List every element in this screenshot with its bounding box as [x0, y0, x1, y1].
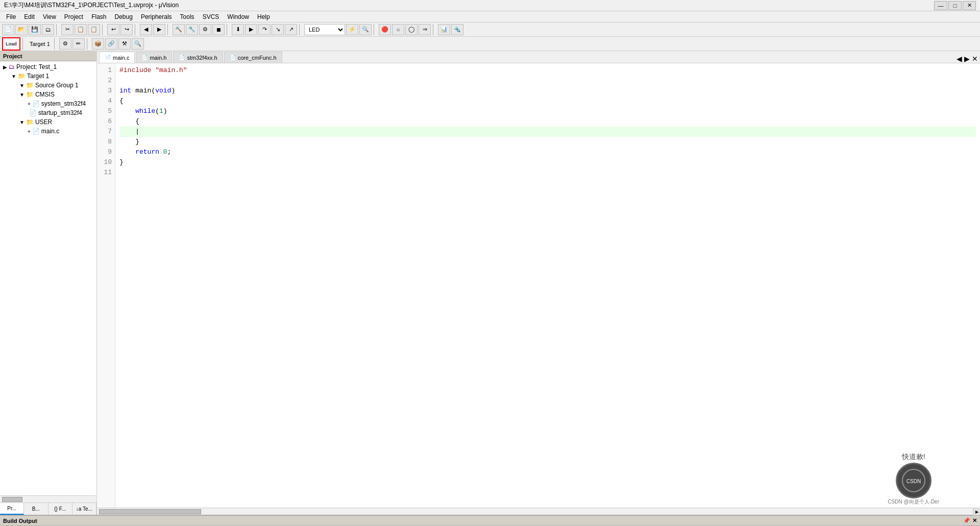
nav-back-button[interactable]: ◀	[140, 24, 152, 35]
code-editor: 1 2 3 4 5 6 7 8 9 10 11 #include "main.h…	[97, 63, 980, 508]
menu-help[interactable]: Help	[253, 12, 274, 21]
rte-button[interactable]: 🔗	[105, 38, 117, 50]
csdn-sub: CSDN @向是个人-Der	[888, 498, 939, 506]
tab-nav-right[interactable]: ▶	[964, 55, 970, 63]
source-group-1-label: Source Group 1	[35, 82, 79, 89]
kill-all-bp-button[interactable]: ◯	[405, 24, 418, 35]
menu-file[interactable]: File	[2, 12, 20, 21]
main-c-label: main.c	[41, 128, 59, 135]
project-hscroll[interactable]	[0, 495, 96, 503]
tab-core-cmfunc-h[interactable]: 📄 core_cmFunc.h	[224, 52, 282, 63]
step-into-button[interactable]: ↘	[272, 24, 284, 35]
svg-text:CSDN: CSDN	[906, 479, 920, 484]
tab-close-button[interactable]: ✕	[972, 55, 978, 63]
tab-stm32f4xx-h[interactable]: 📄 stm32f4xx.h	[173, 52, 223, 63]
main-c-item[interactable]: + 📄 main.c	[1, 127, 95, 136]
tab-functions[interactable]: {} F...	[48, 503, 72, 515]
tab-nav-left[interactable]: ◀	[957, 55, 962, 63]
cut-button[interactable]: ✂	[61, 24, 74, 35]
menu-svcs[interactable]: SVCS	[199, 12, 224, 21]
main-area: Project ▶ 🗂 Project: Test_1 ▼ 📁 Target 1…	[0, 51, 980, 515]
show-next-button[interactable]: ⇒	[419, 24, 431, 35]
hscroll-track[interactable]	[97, 508, 973, 515]
cmsis-expand-icon: ▼	[19, 92, 24, 98]
target-1-item[interactable]: ▼ 📁 Target 1	[1, 71, 95, 81]
user-folder-item[interactable]: ▼ 📁 USER	[1, 117, 95, 127]
maximize-button[interactable]: □	[948, 1, 962, 10]
breakpoint-button[interactable]: 🔴	[379, 24, 391, 35]
run-button[interactable]: ▶	[245, 24, 257, 35]
menu-window[interactable]: Window	[223, 12, 253, 21]
tab-books[interactable]: B...	[24, 503, 48, 515]
rebuild-button[interactable]: 🔧	[186, 24, 198, 35]
download-button[interactable]: ⬇	[232, 24, 244, 35]
tab-project[interactable]: Pr...	[0, 503, 24, 515]
target-expand-icon: ▼	[11, 74, 16, 79]
menu-view[interactable]: View	[39, 12, 60, 21]
line-num-8: 8	[97, 137, 115, 147]
tab-templates[interactable]: ↓a Te...	[72, 503, 96, 515]
new-file-button[interactable]: 📄	[2, 24, 14, 35]
code-content[interactable]: #include "main.h" int main(void) { while…	[115, 63, 980, 508]
toolbar-separator-7	[374, 24, 377, 35]
user-folder-label: USER	[35, 118, 52, 126]
editor-tabs-right: ◀ ▶ ✕	[957, 55, 980, 63]
menu-tools[interactable]: Tools	[176, 12, 199, 21]
hscroll-thumb[interactable]	[99, 509, 201, 514]
menu-peripherals[interactable]: Peripherals	[137, 12, 176, 21]
paste-button[interactable]: 📋	[88, 24, 100, 35]
source-group-1-item[interactable]: ▼ 📁 Source Group 1	[1, 81, 95, 90]
code-line-6: {	[119, 116, 976, 127]
save-all-button[interactable]: 🗂	[42, 24, 54, 35]
load-button[interactable]: Load	[2, 37, 20, 51]
line-num-3: 3	[97, 86, 115, 96]
step-over-button[interactable]: ↷	[258, 24, 271, 35]
target-options-button[interactable]: ⚙	[59, 38, 71, 50]
redo-button[interactable]: ↪	[120, 24, 133, 35]
system-file-item[interactable]: + 📄 system_stm32f4	[1, 99, 95, 108]
menu-debug[interactable]: Debug	[111, 12, 137, 21]
undo-button[interactable]: ↩	[107, 24, 119, 35]
build-output-close-btn[interactable]: ✕	[972, 517, 977, 524]
csdn-text: 快道敕!	[902, 452, 925, 462]
menu-flash[interactable]: Flash	[87, 12, 110, 21]
core-tab-icon: 📄	[230, 55, 236, 60]
project-header: Project	[0, 51, 96, 61]
project-root[interactable]: ▶ 🗂 Project: Test_1	[1, 62, 95, 71]
menu-edit[interactable]: Edit	[20, 12, 39, 21]
tools-config-button[interactable]: 🔩	[451, 24, 463, 35]
config-tools-button[interactable]: ⚒	[118, 38, 131, 50]
tab-main-c[interactable]: 📄 main.c	[99, 52, 135, 63]
target-dropdown[interactable]: LED	[304, 24, 345, 35]
build-button[interactable]: 🔨	[173, 24, 185, 35]
zoom-in-button[interactable]: 🔍	[359, 24, 372, 35]
target-settings-button[interactable]: ⚡	[346, 24, 358, 35]
build-output-pin-btn[interactable]: 📌	[963, 517, 970, 524]
close-button[interactable]: ✕	[963, 1, 976, 10]
menu-project[interactable]: Project	[60, 12, 87, 21]
copy-button[interactable]: 📋	[75, 24, 87, 35]
save-button[interactable]: 💾	[29, 24, 41, 35]
stop-button[interactable]: ⏹	[212, 24, 225, 35]
stm32-tab-icon: 📄	[179, 55, 185, 60]
batch-build-button[interactable]: ⚙	[199, 24, 211, 35]
target-label: Target 1	[28, 41, 52, 47]
cmsis-item[interactable]: ▼ 📁 CMSIS	[1, 90, 95, 99]
target-edit-button[interactable]: ✏	[72, 38, 85, 50]
open-button[interactable]: 📂	[15, 24, 28, 35]
startup-file-item[interactable]: 📄 startup_stm32f4	[1, 108, 95, 117]
step-out-button[interactable]: ↗	[285, 24, 297, 35]
nav-forward-button[interactable]: ▶	[153, 24, 165, 35]
minimize-button[interactable]: —	[934, 1, 947, 10]
inspect-button[interactable]: 🔍	[132, 38, 144, 50]
view-options-button[interactable]: 📊	[438, 24, 450, 35]
hscroll-right-btn[interactable]: ▶	[973, 508, 980, 515]
toolbar2-separator-3	[87, 38, 90, 50]
component-button[interactable]: 📦	[92, 38, 104, 50]
toolbar2-separator-2	[54, 38, 57, 50]
disable-all-bp-button[interactable]: ○	[392, 24, 404, 35]
line-num-4: 4	[97, 96, 115, 106]
tab-stm32f4xx-h-label: stm32f4xx.h	[187, 55, 217, 61]
tab-main-h[interactable]: 📄 main.h	[136, 52, 172, 63]
editor-hscroll[interactable]: ▶	[97, 508, 980, 515]
